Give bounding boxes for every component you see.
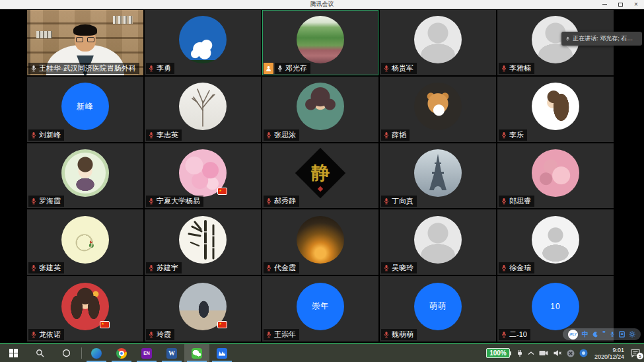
participant-tile[interactable]: 郎思睿 — [497, 143, 614, 209]
name-plate: 吴晓玲 — [381, 262, 417, 273]
ime-toolbar[interactable]: iFLY 中 ” — [563, 328, 641, 340]
participant-tile[interactable]: 徐金瑞 — [497, 209, 614, 275]
mic-on-icon — [30, 65, 37, 72]
mic-muted-icon — [30, 131, 37, 139]
mic-muted-icon — [30, 264, 37, 272]
tencent-meeting-icon — [217, 348, 227, 359]
search-icon — [36, 349, 44, 357]
avatar-bamboo-ink — [179, 216, 227, 264]
moon-icon[interactable] — [592, 332, 598, 338]
participant-tile[interactable]: 李乐 — [497, 77, 614, 142]
participant-tile[interactable]: 张建英 — [27, 209, 143, 275]
action-center-button[interactable]: 5 — [631, 349, 640, 357]
name-plate: 郝秀静 — [264, 196, 299, 207]
participant-tile[interactable]: 王桂华-武汉同济医院胃肠外科 — [27, 10, 143, 75]
participant-tile[interactable]: 丁向真 — [380, 143, 496, 209]
name-plate: 宁夏大学杨易 — [146, 196, 203, 207]
participant-tile[interactable]: 萌萌魏萌萌 — [380, 276, 496, 342]
taskbar-app-chrome[interactable] — [109, 344, 134, 362]
participant-tile[interactable]: 李志英 — [145, 77, 261, 142]
participant-name: 张思浓 — [274, 130, 296, 140]
taskbar-app-wechat[interactable] — [184, 344, 209, 362]
avatar-initials: 崇年 — [297, 283, 344, 330]
name-plate: 魏萌萌 — [381, 329, 417, 340]
participant-tile[interactable]: 玲霞 — [145, 276, 261, 342]
minimize-icon — [602, 4, 607, 5]
chinese-mode-icon[interactable]: 中 — [582, 331, 589, 338]
mic-muted-icon — [383, 65, 390, 72]
volume-muted-icon[interactable] — [553, 349, 562, 357]
search-button[interactable] — [26, 344, 53, 362]
device-icon[interactable] — [539, 350, 548, 356]
avatar-cartoon-girl-teal — [297, 83, 344, 130]
battery-indicator[interactable]: 100% — [486, 348, 510, 358]
mic-muted-icon — [383, 331, 390, 338]
taskbar-clock[interactable]: 9:01 2020/12/24 — [594, 347, 624, 360]
avatar-initials-text: 新峰 — [77, 101, 94, 112]
name-plate: 李乐 — [499, 129, 527, 141]
taskbar-divider — [81, 347, 82, 359]
wechat-icon — [192, 348, 202, 359]
name-plate: 代金霞 — [264, 262, 299, 273]
participant-name: 丁向真 — [392, 196, 413, 206]
tray-expand-chevron[interactable] — [528, 351, 534, 356]
taskbar-left: EN W — [0, 344, 234, 362]
mic-on-icon — [277, 65, 283, 72]
participant-tile[interactable]: 宁夏大学杨易 — [145, 143, 261, 209]
speaking-tooltip-text: 正在讲话: 邓光存; 石磊; 郑磊... — [573, 34, 638, 43]
participant-tile[interactable]: 静郝秀静 — [262, 143, 378, 209]
avatar-yellow-sketch — [61, 216, 109, 264]
taskbar-app-en[interactable]: EN — [134, 344, 159, 362]
maximize-icon — [618, 3, 623, 7]
avatar-sunset-tree — [297, 216, 344, 264]
participant-name: 郝秀静 — [274, 196, 296, 206]
taskbar-app-edge[interactable] — [84, 344, 109, 362]
participant-name: 刘新峰 — [39, 130, 61, 140]
window-title: 腾讯会议 — [310, 0, 334, 9]
word-icon: W — [166, 348, 177, 359]
participant-tile[interactable]: 李勇 — [145, 10, 261, 75]
taskbar-app-meeting[interactable] — [209, 344, 234, 362]
name-plate: 杨贵军 — [381, 63, 417, 74]
ime-settings-icon[interactable] — [629, 331, 635, 338]
participant-tile[interactable]: 新峰刘新峰 — [27, 77, 143, 142]
clipboard-icon[interactable] — [619, 331, 625, 338]
tray-app-x-icon[interactable] — [567, 349, 575, 357]
participant-name: 龙依诺 — [39, 330, 61, 340]
minimize-button[interactable] — [596, 0, 612, 9]
windows-logo-icon — [9, 349, 18, 357]
avatar-eiffel-tower — [414, 149, 462, 197]
power-plug-icon[interactable] — [517, 349, 523, 357]
close-button[interactable]: × — [628, 0, 644, 9]
start-button[interactable] — [0, 344, 26, 362]
punctuation-icon[interactable]: ” — [602, 331, 606, 338]
participant-tile[interactable]: 苏建宇 — [145, 209, 261, 275]
meeting-gallery: 王桂华-武汉同济医院胃肠外科李勇邓光存杨贵军李雅楠新峰刘新峰李志英张思浓薛韬李乐… — [0, 9, 644, 344]
name-plate: 李志英 — [146, 129, 182, 141]
taskbar-app-word[interactable]: W — [159, 344, 184, 362]
participant-tile[interactable]: 崇年王崇年 — [262, 276, 378, 342]
participant-name: 李勇 — [157, 63, 171, 73]
participant-tile[interactable]: 罗海霞 — [27, 143, 143, 209]
participant-tile[interactable]: 张思浓 — [262, 77, 378, 142]
name-plate: 郎思睿 — [499, 196, 534, 207]
en-app-icon: EN — [141, 348, 152, 359]
participant-tile[interactable]: 邓光存 — [262, 10, 378, 75]
tray-app-blue-icon[interactable] — [579, 349, 588, 357]
participant-name: 李志英 — [157, 130, 178, 140]
china-flag-badge — [100, 321, 110, 328]
participant-tile[interactable]: 吴晓玲 — [380, 209, 496, 275]
avatar-beach-photo — [179, 283, 227, 330]
participant-tile[interactable]: 杨贵军 — [380, 10, 496, 75]
participant-tile[interactable]: 代金霞 — [262, 209, 378, 275]
participant-tile[interactable]: 龙依诺 — [27, 276, 143, 342]
name-plate: 李雅楠 — [499, 63, 534, 74]
name-plate: 张思浓 — [264, 129, 299, 141]
name-plate: 王桂华-武汉同济医院胃肠外科 — [28, 63, 139, 74]
ime-mic-icon[interactable] — [610, 331, 615, 338]
ifly-logo[interactable]: iFLY — [568, 330, 578, 340]
maximize-button[interactable] — [612, 0, 628, 9]
participant-name: 李雅楠 — [509, 63, 531, 73]
participant-tile[interactable]: 薛韬 — [380, 77, 496, 142]
cortana-button[interactable] — [53, 344, 79, 362]
